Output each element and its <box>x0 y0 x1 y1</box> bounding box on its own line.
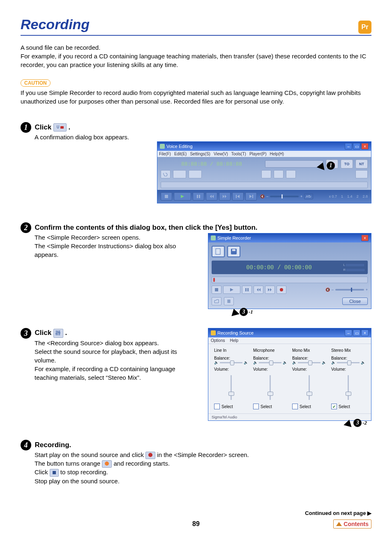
rs-column-title: Mono Mix <box>292 348 326 353</box>
menu-tools[interactable]: Tools(T) <box>231 152 246 156</box>
rs-balance-slider[interactable]: 🔈🔈 <box>253 360 287 365</box>
simple-recorder-titlebar: Simple Recorder × <box>208 233 371 242</box>
rs-select-checkbox[interactable]: Select <box>292 404 326 409</box>
a-marker-button[interactable] <box>173 170 186 178</box>
edit-btn-3[interactable] <box>286 170 296 178</box>
rs-select-label: Select <box>300 404 311 409</box>
rs-balance-slider[interactable]: 🔈🔈 <box>214 360 248 365</box>
sr-mixer-button[interactable] <box>224 297 234 305</box>
close-button[interactable]: × <box>361 143 369 150</box>
app-icon <box>211 330 216 335</box>
caution-label: CAUTION <box>21 79 51 87</box>
menu-view[interactable]: View(V) <box>214 152 228 156</box>
svg-rect-23 <box>59 332 60 333</box>
svg-rect-3 <box>165 195 168 198</box>
svg-rect-22 <box>57 332 59 332</box>
menubar: File(F) Edit(E) Settings(S) View(V) Tool… <box>157 151 371 157</box>
rs-balance-label: Balance: <box>214 356 248 360</box>
edit-btn-2[interactable] <box>274 170 284 178</box>
step-4-body: Start play on the sound source and click… <box>35 450 371 485</box>
nt-badge[interactable]: NT <box>355 159 368 169</box>
close-button[interactable]: × <box>361 330 369 336</box>
to-badge[interactable]: TO <box>341 159 353 169</box>
rs-volume-label: Volume: <box>331 367 365 372</box>
undo-button[interactable] <box>161 170 171 178</box>
rewind-button[interactable] <box>206 192 217 201</box>
new-file-button[interactable] <box>212 246 225 257</box>
simple-recorder-time: 00:00:00 / 00:00:00 <box>215 264 343 271</box>
repeat-icon[interactable]: A↻ <box>304 194 313 199</box>
sr-forward-button[interactable] <box>265 286 275 294</box>
sr-record-button[interactable] <box>277 286 286 294</box>
speaker-left-icon: 🔈 <box>292 360 297 365</box>
step-1-heading: Click . <box>35 123 70 131</box>
play-button[interactable] <box>174 192 191 201</box>
prev-button[interactable] <box>232 192 244 201</box>
step-2-body: The <Simple Recorder> screen opens. The … <box>35 233 177 259</box>
svg-point-14 <box>280 288 283 291</box>
sr-volume-control[interactable]: 🔇–+ <box>325 288 368 292</box>
minimize-button[interactable]: – <box>345 143 352 150</box>
s4-l2a: The button turns orange <box>35 460 102 467</box>
step-number-4: 4 <box>21 440 31 450</box>
simple-recorder-title: Simple Recorder <box>217 235 251 240</box>
rs-select-checkbox[interactable]: ✔Select <box>331 404 365 409</box>
step-3-heading: Click . <box>35 329 67 337</box>
rs-select-checkbox[interactable]: Select <box>253 404 287 409</box>
minimize-button[interactable]: – <box>345 330 352 336</box>
save-button[interactable] <box>227 246 240 257</box>
maximize-button[interactable]: ▭ <box>353 330 360 336</box>
sr-play-button[interactable] <box>223 286 240 294</box>
menu-settings[interactable]: Settings(S) <box>190 152 210 156</box>
edit-btn-1[interactable] <box>261 170 271 178</box>
rs-column-title: Line In <box>214 348 248 353</box>
step-number-1: 1 <box>21 122 31 133</box>
time-display: 88:88:88 / 88:88:88 <box>161 161 263 167</box>
rs-menu-options[interactable]: Options <box>211 338 225 343</box>
svg-rect-21 <box>55 333 57 334</box>
track-bar[interactable] <box>161 182 368 188</box>
rs-column: MicrophoneBalance:🔈🔈Volume:Select <box>251 346 290 413</box>
svg-rect-5 <box>199 195 200 198</box>
menu-file[interactable]: File(F) <box>159 152 171 156</box>
callout-3-2-suffix: -2 <box>362 420 367 426</box>
rs-select-label: Select <box>261 404 272 409</box>
sr-close-button[interactable]: Close <box>342 298 368 305</box>
speaker-right-icon: 🔈 <box>322 360 326 365</box>
sr-rewind-button[interactable] <box>254 286 263 294</box>
rs-select-checkbox[interactable]: Select <box>214 404 248 409</box>
mic-record-button-icon <box>53 123 67 132</box>
svg-rect-6 <box>236 195 237 198</box>
s4-l3b: to stop recording. <box>60 469 108 476</box>
rs-balance-slider[interactable]: 🔈🔈 <box>331 360 365 365</box>
stop-button[interactable] <box>161 192 172 201</box>
svg-rect-11 <box>215 288 218 291</box>
forward-button[interactable] <box>219 192 231 201</box>
rs-balance-slider[interactable]: 🔈🔈 <box>292 360 326 365</box>
sr-stop-button[interactable] <box>212 286 221 294</box>
step-3-body: The <Recording Source> dialog box appear… <box>35 339 193 382</box>
checkbox-icon: ✔ <box>331 404 337 409</box>
maximize-button[interactable]: ▭ <box>353 143 360 150</box>
rs-volume-slider[interactable] <box>331 373 365 402</box>
volume-control[interactable]: 🔇 –+ A↻ <box>260 194 315 199</box>
speed-indicator: x 0.7 1 1.4 2 2.8 <box>329 194 368 199</box>
rs-menu-help[interactable]: Help <box>230 338 238 343</box>
pause-button[interactable] <box>193 192 204 201</box>
menu-player[interactable]: Player(P) <box>249 152 267 156</box>
menu-edit[interactable]: Edit(E) <box>174 152 187 156</box>
b-marker-button[interactable] <box>189 170 202 178</box>
rs-volume-slider[interactable] <box>292 373 326 402</box>
sr-pause-button[interactable] <box>242 286 252 294</box>
contents-button[interactable]: Contents <box>333 519 371 529</box>
close-button[interactable]: × <box>361 235 369 241</box>
svg-rect-8 <box>216 249 220 254</box>
list-button[interactable] <box>355 170 368 178</box>
simple-recorder-track[interactable] <box>212 277 368 283</box>
rs-volume-slider[interactable] <box>253 373 287 402</box>
next-button[interactable] <box>245 192 257 201</box>
voice-editing-window: Voice Editing – ▭ × File(F) Edit(E) Sett… <box>157 141 371 203</box>
sr-folder-button[interactable] <box>212 297 221 305</box>
menu-help[interactable]: Help(H) <box>270 152 284 156</box>
rs-volume-slider[interactable] <box>214 373 248 402</box>
